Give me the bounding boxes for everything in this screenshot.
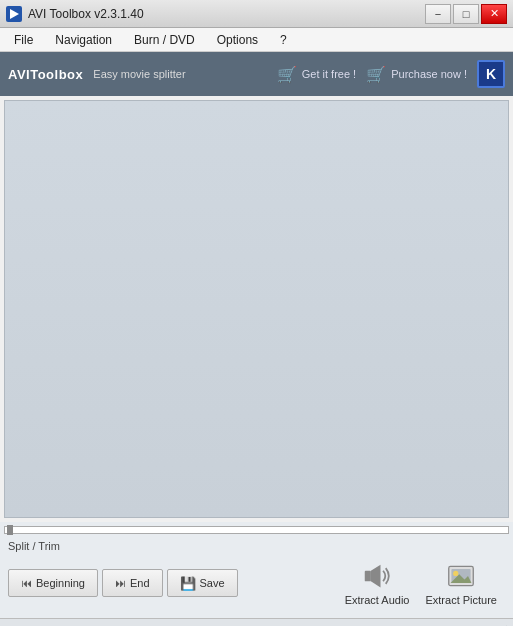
picture-icon [445, 560, 477, 592]
seekbar-area [0, 522, 513, 536]
status-bar: ◢ [0, 618, 513, 626]
window-controls: − □ ✕ [425, 4, 507, 24]
speaker-icon [361, 560, 393, 592]
save-label: Save [200, 577, 225, 589]
extract-picture-button[interactable]: Extract Picture [417, 556, 505, 610]
end-label: End [130, 577, 150, 589]
end-button[interactable]: ⏭ End [102, 569, 163, 597]
svg-point-6 [453, 571, 458, 576]
resize-grip[interactable]: ◢ [497, 623, 509, 627]
save-button[interactable]: 💾 Save [167, 569, 238, 597]
brand-name: AVIToolbox [8, 67, 83, 82]
save-icon: 💾 [180, 576, 196, 591]
maximize-button[interactable]: □ [453, 4, 479, 24]
cart-icon-purchase: 🛒 [366, 65, 386, 84]
brand-subtitle: Easy movie splitter [93, 68, 266, 80]
get-it-free-label: Get it free ! [302, 68, 356, 80]
menu-burn-dvd[interactable]: Burn / DVD [124, 31, 205, 49]
svg-marker-3 [371, 565, 381, 588]
end-icon: ⏭ [115, 577, 126, 589]
menu-help[interactable]: ? [270, 31, 297, 49]
purchase-link[interactable]: 🛒 Purchase now ! [366, 65, 467, 84]
video-area [4, 100, 509, 518]
controls-area: Split / Trim ⏮ Beginning ⏭ End 💾 Save [0, 536, 513, 618]
extract-audio-button[interactable]: Extract Audio [337, 556, 418, 610]
menu-navigation[interactable]: Navigation [45, 31, 122, 49]
close-button[interactable]: ✕ [481, 4, 507, 24]
extract-picture-label: Extract Picture [425, 594, 497, 606]
beginning-icon: ⏮ [21, 577, 32, 589]
get-it-free-link[interactable]: 🛒 Get it free ! [277, 65, 356, 84]
title-bar: AVI Toolbox v2.3.1.40 − □ ✕ [0, 0, 513, 28]
cart-icon-free: 🛒 [277, 65, 297, 84]
title-bar-left: AVI Toolbox v2.3.1.40 [6, 6, 144, 22]
app-icon [6, 6, 22, 22]
content-wrapper: Split / Trim ⏮ Beginning ⏭ End 💾 Save [0, 96, 513, 618]
menu-file[interactable]: File [4, 31, 43, 49]
title-text: AVI Toolbox v2.3.1.40 [28, 7, 144, 21]
minimize-button[interactable]: − [425, 4, 451, 24]
menu-options[interactable]: Options [207, 31, 268, 49]
purchase-label: Purchase now ! [391, 68, 467, 80]
extract-audio-label: Extract Audio [345, 594, 410, 606]
seekbar[interactable] [4, 526, 509, 534]
beginning-button[interactable]: ⏮ Beginning [8, 569, 98, 597]
menu-bar: File Navigation Burn / DVD Options ? [0, 28, 513, 52]
header-bar: AVIToolbox Easy movie splitter 🛒 Get it … [0, 52, 513, 96]
seekbar-thumb[interactable] [7, 525, 13, 535]
split-trim-label: Split / Trim [8, 540, 505, 552]
logo-button[interactable]: K [477, 60, 505, 88]
svg-rect-2 [365, 571, 371, 582]
beginning-label: Beginning [36, 577, 85, 589]
